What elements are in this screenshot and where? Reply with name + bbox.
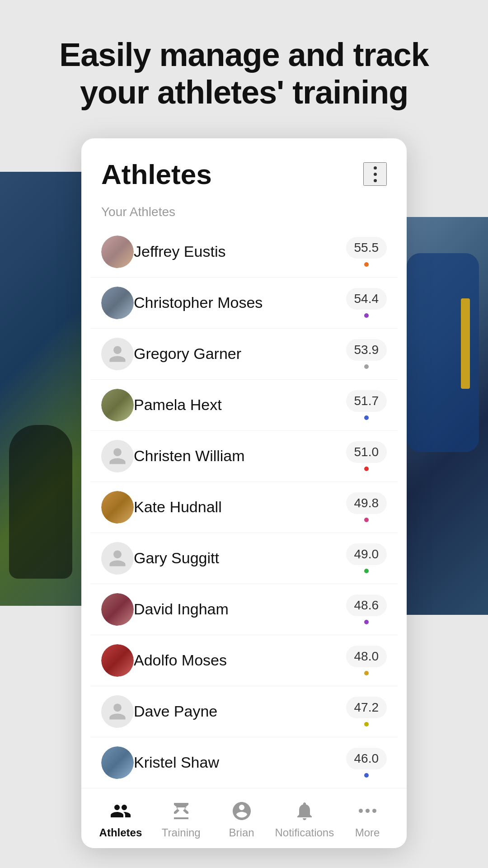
athletes-card: Athletes Your Athletes Jeffrey Eustis 55… <box>81 138 407 848</box>
avatar <box>101 644 134 677</box>
athlete-name: David Ingham <box>134 600 346 618</box>
training-icon <box>169 799 193 823</box>
nav-item-notifications[interactable]: Notifications <box>275 799 334 839</box>
athlete-name: Jeffrey Eustis <box>134 243 346 260</box>
score-badge: 55.5 <box>346 237 387 267</box>
score-value: 48.0 <box>346 646 387 667</box>
score-value: 54.4 <box>346 288 387 310</box>
score-value: 47.2 <box>346 697 387 718</box>
athlete-row[interactable]: Adolfo Moses 48.0 <box>90 635 398 686</box>
avatar <box>101 542 134 575</box>
score-value: 53.9 <box>346 339 387 361</box>
score-dot <box>364 262 369 267</box>
more-menu-button[interactable] <box>363 162 387 186</box>
nav-item-training[interactable]: Training <box>154 799 208 839</box>
athletes-list: Jeffrey Eustis 55.5 Christopher Moses 54… <box>81 226 407 788</box>
nav-label: Athletes <box>99 826 142 839</box>
nav-item-athletes[interactable]: Athletes <box>94 799 148 839</box>
score-badge: 49.0 <box>346 543 387 573</box>
score-dot <box>364 569 369 573</box>
more-icon <box>356 799 379 823</box>
score-dot <box>364 467 369 471</box>
nav-label: More <box>355 826 380 839</box>
card-title: Athletes <box>101 158 212 190</box>
score-value: 49.0 <box>346 543 387 565</box>
avatar <box>101 746 134 779</box>
athlete-name: Kristel Shaw <box>134 754 346 771</box>
athlete-name: Kate Hudnall <box>134 498 346 516</box>
score-badge: 53.9 <box>346 339 387 369</box>
score-value: 55.5 <box>346 237 387 259</box>
score-badge: 48.6 <box>346 594 387 624</box>
nav-label: Brian <box>229 826 254 839</box>
athlete-name: Pamela Hext <box>134 396 346 414</box>
score-dot <box>364 620 369 624</box>
person-icon <box>108 344 127 364</box>
nav-label: Notifications <box>275 826 334 839</box>
score-dot <box>364 518 369 522</box>
score-value: 49.8 <box>346 492 387 514</box>
avatar <box>101 695 134 728</box>
score-badge: 49.8 <box>346 492 387 522</box>
header-title: Easily manage and track your athletes' t… <box>36 36 452 111</box>
score-badge: 46.0 <box>346 748 387 778</box>
athlete-name: Dave Payne <box>134 703 346 720</box>
score-value: 48.6 <box>346 594 387 616</box>
person-icon <box>108 548 127 568</box>
athlete-row[interactable]: Gregory Garner 53.9 <box>90 329 398 380</box>
avatar <box>101 440 134 472</box>
score-badge: 51.0 <box>346 441 387 471</box>
athlete-name: Gregory Garner <box>134 345 346 363</box>
athlete-row[interactable]: Jeffrey Eustis 55.5 <box>90 226 398 278</box>
avatar <box>101 593 134 626</box>
athlete-row[interactable]: David Ingham 48.6 <box>90 584 398 635</box>
athlete-name: Christen William <box>134 447 346 465</box>
notifications-icon <box>293 799 316 823</box>
nav-item-brian[interactable]: Brian <box>215 799 269 839</box>
score-badge: 48.0 <box>346 646 387 675</box>
person-icon <box>108 702 127 722</box>
athlete-name: Gary Suggitt <box>134 549 346 567</box>
score-value: 46.0 <box>346 748 387 769</box>
nav-label: Training <box>162 826 201 839</box>
athlete-row[interactable]: Gary Suggitt 49.0 <box>90 533 398 584</box>
athlete-row[interactable]: Dave Payne 47.2 <box>90 686 398 737</box>
score-value: 51.0 <box>346 441 387 463</box>
athlete-name: Adolfo Moses <box>134 651 346 669</box>
score-dot <box>364 671 369 675</box>
athlete-row[interactable]: Kate Hudnall 49.8 <box>90 482 398 533</box>
athletes-icon <box>109 799 132 823</box>
athlete-row[interactable]: Christen William 51.0 <box>90 431 398 482</box>
score-badge: 47.2 <box>346 697 387 726</box>
avatar <box>101 389 134 421</box>
header-section: Easily manage and track your athletes' t… <box>0 0 488 138</box>
score-dot <box>364 313 369 318</box>
three-dots-icon <box>374 166 377 182</box>
score-badge: 51.7 <box>346 390 387 420</box>
score-value: 51.7 <box>346 390 387 412</box>
score-dot <box>364 415 369 420</box>
score-dot <box>364 773 369 778</box>
nav-item-more[interactable]: More <box>340 799 394 839</box>
avatar <box>101 236 134 268</box>
score-dot <box>364 722 369 726</box>
person-icon <box>108 446 127 466</box>
section-label: Your Athletes <box>81 201 407 226</box>
score-dot <box>364 364 369 369</box>
athlete-row[interactable]: Kristel Shaw 46.0 <box>90 737 398 788</box>
card-header: Athletes <box>81 138 407 201</box>
bottom-nav: Athletes Training Brian <box>81 788 407 848</box>
avatar <box>101 287 134 319</box>
athlete-row[interactable]: Christopher Moses 54.4 <box>90 278 398 329</box>
athlete-row[interactable]: Pamela Hext 51.7 <box>90 380 398 431</box>
score-badge: 54.4 <box>346 288 387 318</box>
avatar <box>101 338 134 370</box>
brian-icon <box>230 799 253 823</box>
avatar <box>101 491 134 524</box>
athlete-name: Christopher Moses <box>134 294 346 311</box>
